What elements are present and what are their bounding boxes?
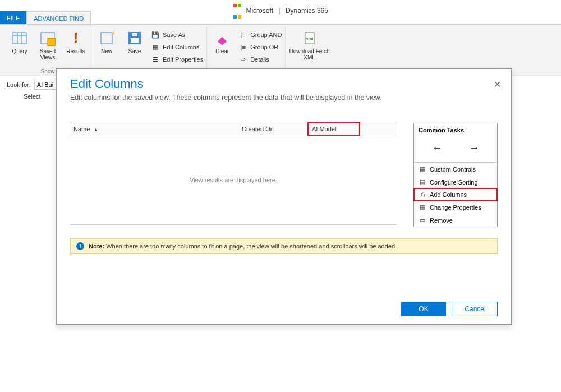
- svg-rect-0: [13, 33, 26, 44]
- brand-microsoft: Microsoft: [246, 7, 273, 15]
- dialog-subtitle: Edit columns for the saved view. These c…: [70, 94, 498, 102]
- ribbon-saved-views-button[interactable]: Saved Views: [36, 27, 59, 61]
- note-text: When there are too many columns to fit o…: [106, 243, 397, 250]
- new-icon: ✦: [98, 29, 116, 47]
- table-icon: [11, 29, 29, 47]
- ribbon-details-button[interactable]: ⇨Details: [238, 54, 282, 65]
- svg-text:!: !: [73, 30, 79, 46]
- eraser-icon: [213, 29, 231, 47]
- svg-text:xml: xml: [306, 36, 313, 41]
- note-bar: i Note: When there are too many columns …: [70, 238, 498, 254]
- look-for-label: Look for:: [7, 81, 31, 88]
- svg-rect-11: [132, 33, 137, 36]
- column-header-ai-model[interactable]: AI Model: [309, 123, 359, 135]
- ribbon-save-button[interactable]: Save: [123, 27, 146, 54]
- task-add-columns[interactable]: ⎙Add Columns: [414, 188, 497, 201]
- group-or-icon: [≡: [238, 43, 247, 52]
- look-for-input[interactable]: [34, 80, 57, 90]
- tab-advanced-find[interactable]: ADVANCED FIND: [26, 11, 91, 24]
- ribbon-save-as-button[interactable]: 💾Save As: [151, 29, 203, 40]
- columns-header-row: Name ▲ Created On AI Model: [70, 123, 397, 135]
- dialog-title: Edit Columns: [70, 77, 498, 91]
- configure-sorting-icon: ▤: [419, 178, 426, 186]
- columns-table: Name ▲ Created On AI Model View results …: [70, 123, 397, 227]
- custom-controls-icon: ▦: [419, 165, 426, 173]
- ribbon-query-button[interactable]: Query: [8, 27, 31, 54]
- column-header-created-on[interactable]: Created On: [238, 123, 309, 135]
- ribbon-group-show-label: Show: [40, 67, 54, 76]
- group-and-icon: [≡: [238, 30, 247, 39]
- close-icon[interactable]: ✕: [494, 79, 501, 90]
- ribbon-results-button[interactable]: ! Results: [64, 27, 88, 54]
- task-change-properties[interactable]: ▦Change Properties: [414, 201, 497, 214]
- column-header-name[interactable]: Name ▲: [70, 123, 238, 135]
- info-icon: i: [76, 242, 84, 250]
- ribbon-download-fetch-xml-button[interactable]: xml Download Fetch XML: [289, 27, 329, 61]
- save-as-icon: 💾: [151, 30, 160, 39]
- ribbon-group-and-button[interactable]: [≡Group AND: [238, 29, 282, 40]
- tabs-row: FILE ADVANCED FIND: [0, 11, 561, 25]
- placeholder-text: View results are displayed here.: [190, 177, 277, 183]
- svg-text:✦: ✦: [111, 30, 114, 38]
- change-properties-icon: ▦: [419, 204, 426, 211]
- brand-product: Dynamics 365: [286, 7, 328, 15]
- details-icon: ⇨: [238, 55, 247, 64]
- common-tasks-title: Common Tasks: [414, 123, 497, 137]
- ok-button[interactable]: OK: [401, 302, 446, 316]
- svg-rect-5: [48, 38, 56, 46]
- edit-columns-icon: ▦: [151, 43, 160, 52]
- task-custom-controls[interactable]: ▦Custom Controls: [414, 163, 497, 176]
- svg-rect-7: [101, 33, 112, 44]
- microsoft-logo-icon: [233, 0, 242, 22]
- task-remove[interactable]: ▭Remove: [414, 214, 497, 227]
- ribbon-edit-properties-button[interactable]: ☰Edit Properties: [151, 54, 203, 65]
- brand-divider: |: [278, 7, 280, 15]
- note-label: Note:: [89, 243, 104, 250]
- exclamation-icon: !: [67, 29, 85, 47]
- edit-properties-icon: ☰: [151, 55, 160, 64]
- saved-views-icon: [39, 29, 57, 47]
- svg-marker-12: [218, 37, 227, 45]
- column-header-blank: [359, 123, 397, 135]
- add-columns-icon: ⎙: [419, 191, 426, 198]
- cancel-button[interactable]: Cancel: [453, 302, 498, 316]
- download-xml-icon: xml: [301, 29, 319, 47]
- remove-icon: ▭: [419, 216, 426, 224]
- task-configure-sorting[interactable]: ▤Configure Sorting: [414, 176, 497, 188]
- columns-body: View results are displayed here.: [70, 135, 397, 225]
- tab-file[interactable]: FILE: [0, 11, 26, 24]
- save-icon: [126, 29, 144, 47]
- ribbon-new-button[interactable]: ✦ New: [95, 27, 118, 54]
- sort-asc-icon: ▲: [93, 127, 98, 132]
- brand-bar: Microsoft | Dynamics 365: [0, 0, 561, 11]
- edit-columns-dialog: ✕ Edit Columns Edit columns for the save…: [56, 68, 512, 325]
- ribbon-group-or-button[interactable]: [≡Group OR: [238, 41, 282, 53]
- arrow-left-icon[interactable]: ←: [432, 142, 442, 154]
- svg-rect-10: [131, 38, 139, 43]
- arrow-right-icon[interactable]: →: [469, 142, 479, 154]
- ribbon-edit-columns-button[interactable]: ▦Edit Columns: [151, 41, 203, 53]
- common-tasks-panel: Common Tasks ← → ▦Custom Controls ▤Confi…: [413, 123, 498, 227]
- ribbon-clear-button[interactable]: Clear: [210, 27, 234, 54]
